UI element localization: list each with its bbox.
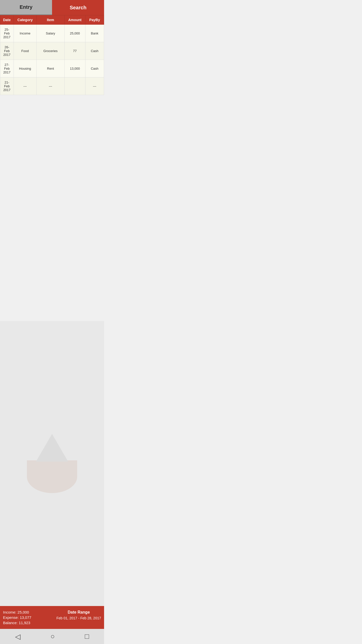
tab-search[interactable]: Search <box>52 0 104 15</box>
expense-value: : 13,077 <box>18 615 31 620</box>
table-row[interactable]: 27-Feb 2017HousingRent13,000Cash <box>0 60 104 77</box>
header-category: Category <box>14 15 36 25</box>
header-date: Date <box>0 15 14 25</box>
data-table: Date Category Item Amount PayBy 25-Feb 2… <box>0 15 104 95</box>
date-range-value: Feb 01, 2017 - Feb 28, 2017 <box>57 616 101 620</box>
cell-date: 26-Feb 2017 <box>0 42 14 60</box>
balance-value: : 11,923 <box>17 621 30 625</box>
tab-bar: Entry Search <box>0 0 104 15</box>
home-icon[interactable]: ○ <box>51 632 55 640</box>
footer-right: Date Range Feb 01, 2017 - Feb 28, 2017 <box>57 610 101 620</box>
cell-amount: 13,000 <box>65 60 85 77</box>
income-value: : 25,000 <box>15 610 29 614</box>
balance-line: Balance: 11,923 <box>3 621 31 625</box>
cell-date: 27-Feb 2017 <box>0 60 14 77</box>
cell-payby: Cash <box>85 60 104 77</box>
recent-icon[interactable]: □ <box>85 632 89 640</box>
cell-category: Housing <box>14 60 36 77</box>
cell-date: 21-Feb 2017 <box>0 77 14 95</box>
table-header-row: Date Category Item Amount PayBy <box>0 15 104 25</box>
table-row[interactable]: 26-Feb 2017FoodGroceries77Cash <box>0 42 104 60</box>
cell-item: Rent <box>36 60 65 77</box>
cell-item: --- <box>36 77 65 95</box>
date-range-title: Date Range <box>68 610 90 615</box>
income-line: Income: 25,000 <box>3 610 31 614</box>
table-row[interactable]: 25-Feb 2017IncomeSalary25,000Bank <box>0 25 104 42</box>
navigation-bar: ◁ ○ □ <box>0 629 104 644</box>
data-table-container: Date Category Item Amount PayBy 25-Feb 2… <box>0 15 104 321</box>
footer: Income: 25,000 Expense: 13,077 Balance: … <box>0 606 104 629</box>
cell-payby: --- <box>85 77 104 95</box>
expense-line: Expense: 13,077 <box>3 615 31 620</box>
footer-left: Income: 25,000 Expense: 13,077 Balance: … <box>3 610 31 625</box>
cell-category: Food <box>14 42 36 60</box>
cell-date: 25-Feb 2017 <box>0 25 14 42</box>
balance-label: Balance <box>3 621 17 625</box>
back-icon[interactable]: ◁ <box>15 632 21 641</box>
watermark <box>27 434 77 493</box>
header-item: Item <box>36 15 65 25</box>
cell-payby: Cash <box>85 42 104 60</box>
tab-entry[interactable]: Entry <box>0 0 52 15</box>
income-label: Income <box>3 610 15 614</box>
empty-area <box>0 321 104 606</box>
cell-payby: Bank <box>85 25 104 42</box>
cell-category: --- <box>14 77 36 95</box>
header-amount: Amount <box>65 15 85 25</box>
cell-item: Salary <box>36 25 65 42</box>
cell-item: Groceries <box>36 42 65 60</box>
header-payby: PayBy <box>85 15 104 25</box>
cell-amount: 77 <box>65 42 85 60</box>
expense-label: Expense <box>3 615 18 620</box>
tab-search-label: Search <box>70 5 86 11</box>
table-row[interactable]: 21-Feb 2017--------- <box>0 77 104 95</box>
cell-category: Income <box>14 25 36 42</box>
cell-amount: 25,000 <box>65 25 85 42</box>
cell-amount <box>65 77 85 95</box>
tab-entry-label: Entry <box>20 4 32 10</box>
